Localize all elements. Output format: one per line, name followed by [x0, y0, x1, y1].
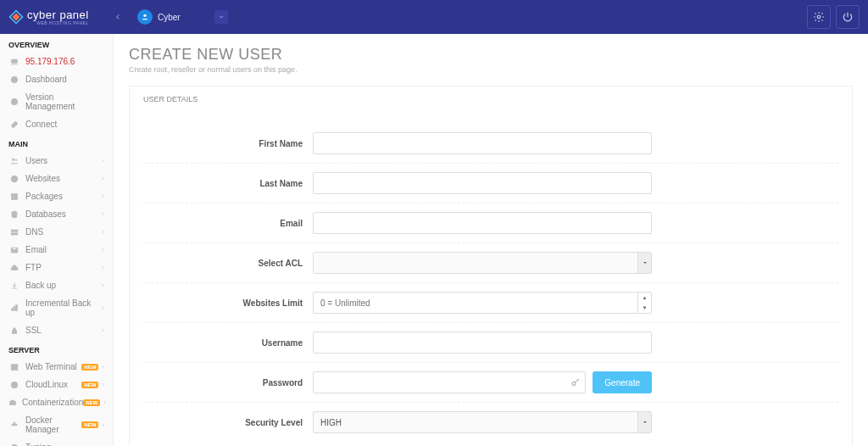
sidebar-item-label: FTP: [25, 263, 102, 272]
user-chip: Cyber: [137, 9, 228, 25]
database-icon: [8, 210, 20, 219]
sidebar-item-docker-manager[interactable]: Docker ManagerNEW›: [0, 411, 113, 438]
settings-button[interactable]: [807, 5, 831, 29]
password-input[interactable]: [313, 371, 586, 393]
sidebar-item-label: Users: [25, 156, 102, 165]
new-badge: NEW: [81, 421, 98, 428]
svg-rect-12: [12, 197, 14, 199]
acl-select[interactable]: [313, 252, 652, 274]
websites-limit-input[interactable]: [313, 292, 652, 314]
sidebar-item-dns[interactable]: DNS›: [0, 223, 113, 241]
row-websites-limit: Websites Limit ▲▼: [143, 282, 838, 322]
packages-icon: [8, 192, 20, 201]
sidebar-item-back-up[interactable]: Back up›: [0, 276, 113, 294]
svg-rect-21: [12, 424, 14, 426]
label-first-name: First Name: [143, 139, 313, 148]
sidebar-item-label: Tuning: [25, 443, 102, 446]
user-name: Cyber: [158, 13, 181, 22]
sidebar-item-label: 95.179.176.6: [25, 57, 104, 66]
sidebar-item-ssl[interactable]: SSL›: [0, 321, 113, 339]
sidebar-item-email[interactable]: Email›: [0, 241, 113, 259]
svg-marker-1: [13, 14, 20, 21]
sidebar-item-dashboard[interactable]: Dashboard: [0, 70, 113, 88]
page-title: CREATE NEW USER: [129, 46, 853, 64]
laptop-icon: [8, 58, 20, 66]
sidebar-item-websites[interactable]: Websites›: [0, 170, 113, 187]
brand-logo[interactable]: cyber panel WEB HOSTING PANEL: [8, 8, 110, 25]
email-icon: [8, 246, 20, 254]
terminal-icon: [8, 363, 20, 371]
svg-rect-18: [11, 364, 18, 370]
chevron-right-icon: ›: [102, 421, 104, 429]
sidebar-item-label: Connect: [25, 120, 104, 129]
chevron-right-icon: ›: [102, 282, 104, 289]
last-name-input[interactable]: [313, 172, 652, 194]
svg-rect-16: [11, 232, 18, 234]
panel-title: USER DETAILS: [130, 86, 852, 112]
logo-icon: [8, 9, 24, 25]
users-icon: [8, 157, 20, 165]
row-username: Username: [143, 322, 838, 362]
sidebar-item-label: Packages: [25, 192, 102, 201]
sidebar-item-label: DNS: [25, 227, 102, 237]
new-badge: NEW: [81, 364, 98, 371]
sidebar-item-containerization[interactable]: ContainerizationNEW›: [0, 393, 113, 411]
svg-point-2: [143, 14, 146, 17]
label-security-level: Security Level: [143, 418, 313, 427]
sidebar-item-databases[interactable]: Databases›: [0, 205, 113, 223]
sidebar-item-incremental-back-up[interactable]: Incremental Back up›: [0, 294, 113, 321]
sidebar-item-web-terminal[interactable]: Web TerminalNEW›: [0, 358, 113, 376]
first-name-input[interactable]: [313, 132, 652, 154]
info-icon: [8, 98, 20, 106]
sidebar: OVERVIEW95.179.176.6DashboardVersion Man…: [0, 34, 114, 446]
email-input[interactable]: [313, 212, 652, 234]
sidebar-item-label: Websites: [25, 174, 102, 183]
lock-icon: [8, 326, 20, 335]
sidebar-item-version-management[interactable]: Version Management: [0, 88, 113, 115]
svg-rect-23: [15, 424, 17, 426]
sidebar-item-tuning[interactable]: Tuning›: [0, 438, 113, 446]
power-button[interactable]: [836, 5, 860, 29]
cloud-icon: [8, 264, 20, 272]
power-icon: [842, 11, 854, 23]
dns-icon: [8, 228, 20, 237]
username-input[interactable]: [313, 332, 652, 354]
sidebar-section-title: OVERVIEW: [0, 34, 113, 53]
sidebar-item-users[interactable]: Users›: [0, 152, 113, 170]
sidebar-item-label: Email: [25, 245, 102, 254]
new-badge: NEW: [81, 382, 98, 388]
label-acl: Select ACL: [143, 259, 313, 268]
svg-rect-22: [14, 424, 15, 426]
label-username: Username: [143, 338, 313, 348]
sidebar-item-label: Dashboard: [25, 75, 104, 84]
svg-point-3: [817, 15, 821, 19]
sidebar-collapse-button[interactable]: [112, 11, 124, 23]
chevron-right-icon: ›: [102, 157, 104, 164]
generate-password-button[interactable]: Generate: [593, 371, 652, 393]
sidebar-item-label: Docker Manager: [25, 415, 81, 434]
svg-rect-17: [13, 330, 17, 333]
sidebar-item-95-179-176-6[interactable]: 95.179.176.6: [0, 53, 113, 70]
avatar: [137, 9, 153, 25]
chevron-right-icon: ›: [102, 192, 104, 200]
key-icon: [570, 377, 581, 387]
sidebar-item-label: CloudLinux: [25, 380, 81, 389]
backup-icon: [8, 282, 20, 290]
label-last-name: Last Name: [143, 179, 313, 188]
topbar: cyber panel WEB HOSTING PANEL Cyber: [0, 0, 868, 34]
label-email: Email: [143, 219, 313, 228]
globe-icon: [8, 175, 20, 183]
main-content: CREATE NEW USER Create root, reseller or…: [114, 34, 868, 446]
sidebar-item-ftp[interactable]: FTP›: [0, 259, 113, 276]
user-menu-trigger[interactable]: [214, 10, 228, 24]
sidebar-item-connect[interactable]: Connect: [0, 115, 113, 133]
security-level-select[interactable]: HIGH: [313, 411, 652, 433]
new-badge: NEW: [83, 399, 100, 406]
chevron-right-icon: ›: [102, 381, 104, 388]
row-acl: Select ACL: [143, 243, 838, 282]
brand-subtitle: WEB HOSTING PANEL: [27, 20, 89, 25]
sidebar-item-packages[interactable]: Packages›: [0, 187, 113, 205]
chevron-right-icon: ›: [102, 326, 104, 334]
sidebar-item-cloudlinux[interactable]: CloudLinuxNEW›: [0, 376, 113, 393]
chevron-right-icon: ›: [103, 399, 106, 406]
